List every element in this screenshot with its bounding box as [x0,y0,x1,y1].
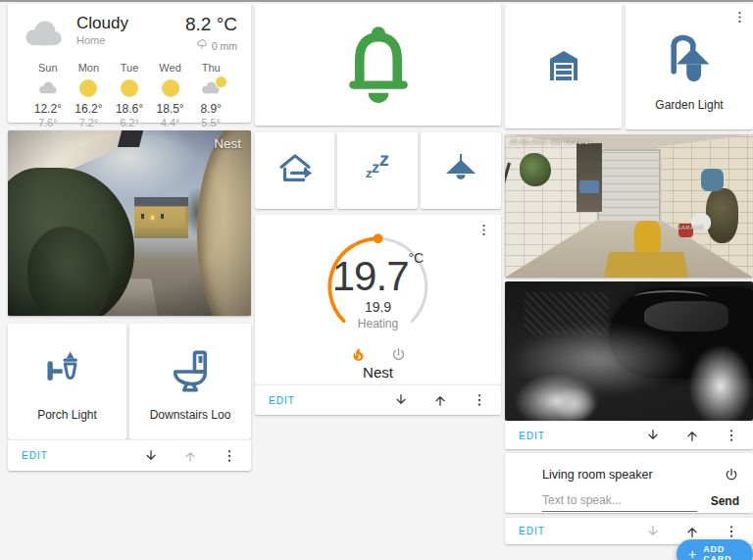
dashboard: Cloudy Home 8.2 °C 0 mm Sun 12.2° 7.6° [0,0,753,560]
power-icon[interactable] [724,467,739,483]
tts-text-input[interactable] [542,490,697,512]
move-down-icon[interactable] [143,448,159,464]
rain-cloud-icon [196,38,209,53]
toilet-icon [166,347,215,400]
ceiling-light-icon [441,149,480,192]
garage-cam-door [597,149,662,227]
column-footer-right: EDIT [505,421,753,449]
bell-icon [337,18,420,112]
send-button[interactable]: Send [711,494,739,512]
forecast-day: Sun 12.2° 7.6° [27,62,69,128]
thermostat-name: Nest [255,364,501,381]
edit-button[interactable]: EDIT [22,450,48,461]
camera-timestamp: 22-05-2021 Sat 18:41:17 [510,138,592,145]
add-card-label: ADD CARD [703,544,739,560]
heat-mode-icon[interactable] [350,346,367,363]
night-cam-bush [544,379,604,421]
thermostat-card: 19.7°C 19.9 Heating Nest [255,215,501,384]
move-down-icon[interactable] [645,428,661,443]
forecast-day: Tue 18.6° 6.2° [109,62,150,128]
top-edge-strip [0,0,753,2]
plus-icon: + [688,546,696,560]
edit-button[interactable]: EDIT [519,526,545,536]
add-card-button[interactable]: + ADD CARD [677,539,753,560]
driveway-night-camera[interactable] [505,281,753,421]
move-up-icon[interactable] [182,448,198,464]
weather-card[interactable]: Cloudy Home 8.2 °C 0 mm Sun 12.2° 7.6° [8,4,251,123]
column-footer-center: EDIT [255,384,501,415]
entity-label: Downstairs Loo [150,408,231,422]
current-temperature: 8.2 °C [185,14,237,35]
garage-cam-blue-box [579,180,599,193]
more-options-icon[interactable] [732,10,747,28]
target-temp-value: 19.9 [255,299,501,315]
column-footer-left: EDIT [8,439,251,471]
camera-watermark: GARAGE [677,225,705,230]
porch-light-button[interactable]: Porch Light [8,324,126,439]
nest-doorbell-camera[interactable]: Nest [8,130,251,316]
more-options-icon[interactable] [724,428,739,443]
current-temp-value: 19.7°C [255,250,501,300]
sleep-zzz-icon: zzz [366,160,390,182]
sunny-icon [121,79,138,97]
ceiling-light-button[interactable] [421,132,501,209]
forecast-day: Wed 18.5° 4.4° [150,62,191,128]
home-exit-icon [275,148,316,193]
garage-cam-bag [706,188,738,242]
weather-location: Home [76,34,128,46]
speaker-name: Living room speaker [542,468,653,482]
power-off-mode-icon[interactable] [390,346,407,363]
move-down-icon[interactable] [393,392,409,408]
garage-cam-workbench [604,252,688,278]
garden-light-button[interactable]: Garden Light [626,4,753,129]
edit-button[interactable]: EDIT [519,431,545,441]
outdoor-lamp-icon [664,31,715,86]
move-down-icon[interactable] [645,524,661,539]
sleep-mode-button[interactable]: zzz [337,132,418,209]
entity-label: Garden Light [655,98,723,112]
cloudy-weather-icon [22,14,67,53]
garage-cam-mower [634,221,662,254]
media-player-card: Living room speaker Send [505,453,753,513]
wall-lantern-icon [43,347,92,400]
doorbell-notification-button[interactable] [255,4,501,126]
more-options-icon[interactable] [472,392,487,408]
precipitation-value: 0 mm [212,40,237,52]
more-options-icon[interactable] [222,448,237,464]
forecast-day: Mon 16.2° 7.2° [69,62,110,128]
garage-cam-wreath [520,153,551,186]
downstairs-loo-button[interactable]: Downstairs Loo [129,324,251,439]
more-options-icon[interactable] [724,524,739,539]
hvac-status: Heating [255,317,501,331]
garage-door-button[interactable] [505,4,622,128]
sunny-icon [79,79,97,97]
garage-cam-teal-item [701,169,724,191]
garage-cam-shelf [577,143,601,212]
sunny-icon [162,79,179,97]
leave-home-button[interactable] [255,132,334,209]
move-up-icon[interactable] [684,524,700,539]
camera-name-label: Nest [214,136,241,151]
forecast-day: Thu 8.9° 5.5° [190,62,231,128]
nest-cam-vignette [8,130,251,316]
move-up-icon[interactable] [432,392,448,408]
garage-icon [540,41,587,92]
weather-condition: Cloudy [76,14,128,33]
entity-label: Porch Light [37,408,97,422]
partly-cloudy-icon [200,78,222,99]
cloudy-icon [37,78,59,99]
move-up-icon[interactable] [684,428,700,443]
edit-button[interactable]: EDIT [269,395,295,406]
more-options-icon[interactable] [477,223,491,241]
night-cam-bush [678,331,753,421]
garage-camera[interactable]: 22-05-2021 Sat 18:41:17 GARAGE [505,134,753,278]
